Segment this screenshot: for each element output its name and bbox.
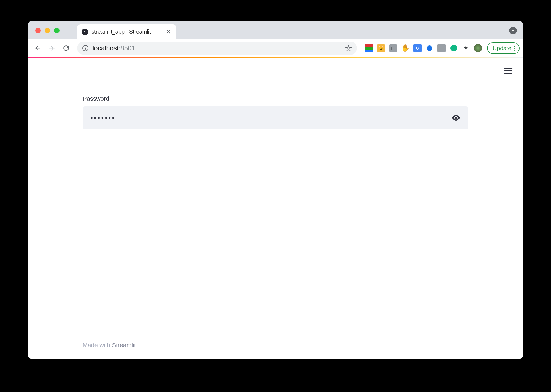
password-label: Password — [83, 95, 468, 102]
tab-title: streamlit_app · Streamlit — [91, 29, 161, 35]
footer: Made with Streamlit — [28, 342, 523, 359]
reload-icon — [63, 45, 70, 52]
new-tab-button[interactable]: ＋ — [180, 26, 192, 38]
reload-button[interactable] — [60, 42, 72, 54]
arrow-left-icon — [34, 45, 41, 52]
site-info-icon[interactable] — [82, 45, 89, 51]
extension-2-icon[interactable]: 🐱 — [377, 44, 385, 52]
tab-search-button[interactable] — [509, 27, 517, 34]
extension-5-icon[interactable]: G — [413, 44, 422, 52]
url-port: :8501 — [119, 44, 135, 52]
url-host: localhost — [93, 44, 119, 52]
footer-brand-link[interactable]: Streamlit — [112, 342, 136, 349]
maximize-window-button[interactable] — [54, 28, 60, 33]
url-text: localhost:8501 — [93, 44, 341, 52]
forward-button[interactable] — [46, 42, 58, 54]
password-input[interactable] — [90, 114, 447, 122]
app-content: Password — [83, 58, 468, 342]
browser-tab[interactable]: streamlit_app · Streamlit ✕ — [77, 24, 176, 39]
window-controls — [35, 28, 60, 33]
extensions-menu-icon[interactable]: ✦ — [462, 44, 470, 52]
close-tab-icon[interactable]: ✕ — [165, 28, 172, 36]
streamlit-app: Password Made with Streamlit — [28, 58, 523, 359]
browser-window: streamlit_app · Streamlit ✕ ＋ localhost:… — [28, 21, 523, 359]
footer-prefix: Made with — [83, 342, 112, 349]
hamburger-menu-button[interactable] — [504, 68, 512, 74]
browser-toolbar: localhost:8501 🐱 ◻ ✋ G ✦ Update — [28, 39, 523, 57]
bookmark-button[interactable] — [345, 45, 352, 52]
extension-4-icon[interactable]: ✋ — [401, 44, 409, 52]
toggle-password-visibility-button[interactable] — [451, 113, 461, 122]
profile-avatar[interactable] — [474, 44, 482, 52]
address-bar[interactable]: localhost:8501 — [77, 42, 357, 55]
arrow-right-icon — [48, 45, 55, 52]
extension-1-icon[interactable] — [365, 44, 373, 52]
streamlit-favicon-icon — [82, 29, 88, 35]
minimize-window-button[interactable] — [45, 28, 50, 33]
update-button[interactable]: Update — [487, 42, 520, 54]
svg-point-3 — [455, 117, 457, 119]
extension-3-icon[interactable]: ◻ — [389, 44, 397, 52]
back-button[interactable] — [31, 42, 44, 54]
extension-8-icon[interactable] — [450, 44, 458, 52]
update-label: Update — [493, 45, 511, 51]
extension-icons: 🐱 ◻ ✋ G ✦ — [362, 44, 485, 52]
more-menu-icon — [514, 46, 515, 51]
close-window-button[interactable] — [35, 28, 41, 33]
star-icon — [345, 45, 352, 52]
password-input-wrap — [83, 106, 468, 129]
tab-strip: streamlit_app · Streamlit ✕ ＋ — [28, 21, 523, 39]
extension-6-icon[interactable] — [425, 44, 434, 52]
extension-7-icon[interactable] — [437, 44, 446, 52]
eye-icon — [451, 113, 461, 122]
